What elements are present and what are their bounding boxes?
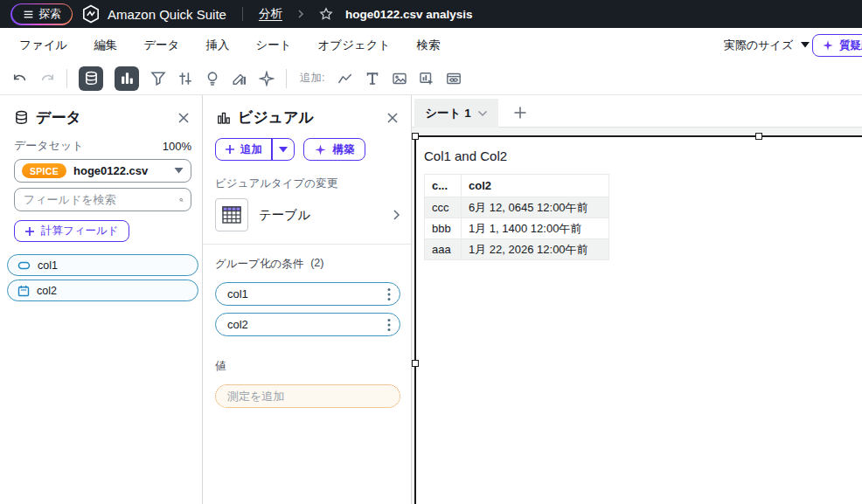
explore-button[interactable]: 探索 [12, 4, 72, 24]
table-row[interactable]: ccc 6月 12, 0645 12:00午前 [425, 197, 609, 218]
table-cell[interactable]: bbb [425, 218, 462, 239]
visual-panel-header: ビジュアル [203, 95, 411, 136]
table-cell[interactable]: 1月 1, 1400 12:00午前 [462, 218, 609, 239]
resize-handle-left-middle[interactable] [412, 360, 419, 367]
visual-type-name: テーブル [259, 207, 382, 224]
add-visual-icon[interactable] [419, 71, 434, 86]
embed-icon[interactable] [446, 71, 462, 86]
plus-icon [225, 144, 235, 155]
menu-search[interactable]: 検索 [416, 38, 440, 53]
quick-suite-analysis-window: 探索 Amazon Quick Suite 分析 hoge0122.csv an… [0, 0, 862, 504]
resize-handle-top-left[interactable] [412, 133, 419, 140]
zoom-level-dropdown[interactable]: 実際のサイズ [724, 28, 810, 62]
dataset-row: データセット 100% [0, 136, 202, 159]
table-header-row: c... col2 [425, 175, 609, 197]
database-icon [14, 110, 29, 125]
date-field-icon [17, 285, 30, 297]
menu-edit[interactable]: 編集 [94, 38, 117, 53]
parameters-icon[interactable] [177, 71, 193, 86]
table-cell[interactable]: aaa [425, 239, 462, 260]
calculated-field-button[interactable]: 計算フィールド [14, 220, 129, 242]
favorite-star-icon[interactable] [319, 7, 333, 21]
qa-button[interactable]: 質疑応 [812, 34, 862, 57]
build-label: 構築 [333, 142, 355, 157]
breadcrumb-analysis-link[interactable]: 分析 [259, 6, 282, 22]
data-panel-close-icon[interactable] [176, 110, 191, 126]
qa-label: 質疑応 [839, 38, 862, 53]
table-cell[interactable]: 1月 22, 2026 12:00午前 [462, 239, 609, 260]
search-icon[interactable] [179, 193, 184, 207]
annotate-chart-icon[interactable] [232, 71, 247, 86]
brand: Amazon Quick Suite [81, 4, 226, 24]
caret-down-icon [174, 168, 184, 174]
sheet-tab-1[interactable]: シート 1 [414, 99, 498, 128]
groupby-section-label: グループ化の条件 (2) [203, 245, 411, 279]
selected-table-visual[interactable]: Col1 and Col2 c... col2 ccc 6月 12, 0645 … [414, 135, 862, 504]
add-visual-caret[interactable] [273, 139, 294, 160]
pill-field-name: col1 [227, 287, 387, 300]
table-visual-icon [215, 198, 248, 231]
undo-icon[interactable] [12, 71, 28, 86]
add-image-icon[interactable] [392, 71, 407, 86]
table-header-col2[interactable]: col2 [462, 175, 609, 197]
redo-icon[interactable] [39, 71, 55, 86]
visual-title: Col1 and Col2 [424, 148, 507, 163]
toolbar-divider [66, 69, 67, 88]
add-measure-dropzone[interactable]: 測定を追加 [215, 384, 400, 408]
table-row[interactable]: bbb 1月 1, 1400 12:00午前 [425, 218, 609, 239]
toolbar-divider [286, 69, 287, 88]
add-measure-placeholder: 測定を追加 [227, 389, 284, 404]
add-line-chart-icon[interactable] [337, 71, 353, 86]
menu-object[interactable]: オブジェクト [318, 38, 391, 53]
dataset-select[interactable]: SPICE hoge0122.csv [14, 159, 191, 183]
field-pill-col2[interactable]: col2 [7, 280, 198, 301]
groupby-pill-col1[interactable]: col1 [215, 282, 400, 306]
table-cell[interactable]: 6月 12, 0645 12:00午前 [462, 197, 609, 218]
groupby-pill-col2[interactable]: col2 [215, 313, 400, 336]
filter-icon[interactable] [150, 71, 166, 86]
data-table: c... col2 ccc 6月 12, 0645 12:00午前 bbb 1月… [424, 174, 609, 260]
resize-handle-top-middle[interactable] [755, 133, 762, 140]
add-visual-split-button: 追加 [215, 138, 295, 161]
table-cell[interactable]: ccc [425, 197, 462, 218]
chevron-right-icon [393, 209, 400, 221]
visual-type-selector[interactable]: テーブル [203, 197, 411, 242]
visuals-panel-toggle-button[interactable] [115, 66, 139, 91]
table-row[interactable]: aaa 1月 22, 2026 12:00午前 [425, 239, 609, 260]
menu-insert[interactable]: 挿入 [205, 38, 229, 53]
visual-panel-close-icon[interactable] [385, 110, 400, 126]
data-panel-header: データ [0, 95, 202, 136]
add-sheet-button[interactable] [508, 100, 532, 125]
kebab-menu-icon[interactable] [387, 287, 391, 301]
add-visual-button[interactable]: 追加 [216, 139, 271, 160]
field-pill-col1[interactable]: col1 [7, 254, 198, 276]
caret-down-icon [801, 42, 810, 48]
field-name: col2 [37, 285, 57, 297]
menu-data[interactable]: データ [143, 38, 179, 53]
chevron-down-icon[interactable] [477, 110, 488, 117]
kebab-menu-icon[interactable] [387, 318, 391, 332]
sheet-tab-label: シート 1 [425, 106, 470, 121]
topbar-divider [242, 7, 243, 21]
pill-field-name: col2 [227, 318, 387, 331]
sparkle-icon [314, 143, 327, 156]
sheet-canvas: シート 1 Col1 and Col2 c... col2 [412, 95, 862, 504]
toolbar: 追加: [0, 62, 862, 95]
field-search-input[interactable] [22, 192, 179, 207]
table-header-col1[interactable]: c... [425, 175, 462, 197]
dataset-label: データセット [14, 138, 163, 154]
insights-bulb-icon[interactable] [205, 71, 220, 86]
document-title: hoge0122.csv analysis [345, 8, 473, 21]
add-text-icon[interactable] [365, 71, 380, 86]
database-icon [84, 71, 99, 86]
build-button[interactable]: 構築 [303, 138, 365, 161]
menu-bar: ファイル 編集 データ 挿入 シート オブジェクト 検索 実際のサイズ 質疑応 [0, 28, 862, 62]
zoom-level-label: 実際のサイズ [724, 38, 793, 53]
visual-type-section-label: ビジュアルタイプの変更 [203, 168, 411, 197]
add-visual-label: 追加 [240, 142, 262, 157]
menu-sheet[interactable]: シート [255, 38, 291, 53]
dataset-panel-toggle-button[interactable] [79, 66, 103, 91]
suggested-insights-sparkle-icon[interactable] [259, 71, 275, 86]
menu-file[interactable]: ファイル [19, 38, 67, 53]
dataset-progress: 100% [163, 140, 191, 153]
